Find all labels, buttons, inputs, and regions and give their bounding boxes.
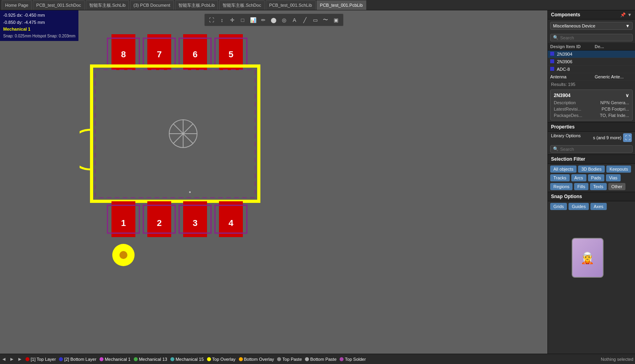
avatar-overlay: 🧝 <box>572 238 604 278</box>
toolbar-filter-btn[interactable]: ⛶ <box>207 15 217 25</box>
panel-header-icons: 📌 ▼ <box>620 12 632 18</box>
layer-label-mech15: Mechanical 15 <box>176 357 204 362</box>
detail-expand-icon[interactable]: ∨ <box>625 93 629 98</box>
tab-pcb-doc[interactable]: (3) PCB Document <box>130 0 174 10</box>
toolbar-target-btn[interactable]: ◎ <box>279 15 289 25</box>
results-count: Results: 195 <box>548 81 635 88</box>
snap-btn-axes[interactable]: Axes <box>590 203 606 210</box>
detail-value-revision: PCB Footpri... <box>602 107 629 111</box>
sel-btn-other[interactable]: Other <box>608 183 626 190</box>
layer-play-btn[interactable]: ▶ <box>10 357 14 361</box>
search-input-2[interactable] <box>560 147 630 152</box>
layer-bottom-paste[interactable]: Bottom Paste <box>305 357 336 362</box>
panel-title: Components <box>551 12 580 18</box>
tab-pcblib[interactable]: 智能车主板.PcbLib <box>175 0 219 10</box>
component-id-antenna: Antenna <box>548 73 592 81</box>
sel-btn-keepouts[interactable]: Keepouts <box>606 165 631 173</box>
main-area: -0.925 dx: -0.450 mm -0.850 dy: -4.475 m… <box>0 10 635 354</box>
pin-icon[interactable]: 📌 <box>620 12 626 18</box>
library-options-label: Library Options <box>551 133 581 142</box>
coord-x: -0.925 <box>3 13 16 18</box>
layer-next-btn[interactable]: ▶ <box>18 357 22 361</box>
layer-dot-bottom <box>59 357 63 361</box>
sel-btn-vias[interactable]: Vias <box>606 174 621 181</box>
tab-schdoc[interactable]: PCB_test_001.SchDoc <box>33 0 85 10</box>
component-row-adc8[interactable]: ADC-8 <box>548 66 635 73</box>
toolbar-pen-btn[interactable]: ✏ <box>259 15 268 25</box>
snap-options-header: Snap Options <box>548 192 635 201</box>
detail-value-description: NPN Genera... <box>600 100 629 105</box>
layer-top-overlay[interactable]: Top Overlay <box>207 357 236 362</box>
coords-overlay: -0.925 dx: -0.450 mm -0.850 dy: -4.475 m… <box>0 10 78 41</box>
layer-dot-bottom-overlay <box>239 357 243 361</box>
properties-filter-button[interactable]: ⛶ <box>623 133 632 142</box>
toolbar-text-btn[interactable]: A <box>290 15 299 25</box>
layer-bottom-overlay[interactable]: Bottom Overlay <box>239 357 274 362</box>
canvas-area[interactable]: -0.925 dx: -0.450 mm -0.850 dy: -4.475 m… <box>0 10 547 354</box>
layer-dot-bottom-paste <box>305 357 309 361</box>
toolbar-chart-btn[interactable]: 📊 <box>248 15 258 25</box>
layer-mech1[interactable]: Mechanical 1 <box>100 357 131 362</box>
library-dropdown[interactable]: Miscellaneous Device ▼ <box>550 22 633 30</box>
panel-header: Components 📌 ▼ <box>548 10 635 19</box>
toolbar-fill-btn[interactable]: ▣ <box>331 15 341 25</box>
layer-label-top-overlay: Top Overlay <box>212 357 236 362</box>
properties-section-header: Properties <box>548 122 635 132</box>
layer-mech15[interactable]: Mechanical 15 <box>170 357 204 362</box>
svg-text:2: 2 <box>157 218 162 228</box>
tab-schlib[interactable]: 智能车主板.SchLib <box>86 0 129 10</box>
component-row-antenna[interactable]: Antenna Generic Ante... <box>548 73 635 81</box>
search-box-1: 🔍 <box>550 34 633 41</box>
layer-label-mech13: Mechanical 13 <box>139 357 167 362</box>
component-row-2n3904[interactable]: 2N3904 <box>548 51 635 58</box>
search-input-1[interactable] <box>560 35 630 40</box>
sel-btn-arcs[interactable]: Arcs <box>571 174 586 181</box>
tab-home[interactable]: Home Page <box>2 0 32 10</box>
snap-btn-grids[interactable]: Grids <box>550 203 567 210</box>
sel-btn-3d-bodies[interactable]: 3D Bodies <box>578 165 605 173</box>
detail-label-description: Description <box>554 100 576 105</box>
sel-btn-regions[interactable]: Regions <box>550 183 572 190</box>
tab-schlib2[interactable]: PCB_test_001.SchLib <box>266 0 316 10</box>
layer-dot-mech13 <box>134 357 138 361</box>
snap-btn-guides[interactable]: Guides <box>569 203 589 210</box>
toolbar-wave-btn[interactable]: 〜 <box>321 15 330 25</box>
component-desc-cell <box>592 51 635 58</box>
component-row-2n3906[interactable]: 2N3906 <box>548 58 635 66</box>
toolbar-route-btn[interactable]: ↕ <box>217 15 227 25</box>
layer-label-bottom-overlay: Bottom Overlay <box>244 357 274 362</box>
library-dropdown-value: Miscellaneous Device <box>553 23 595 28</box>
sel-btn-all-objects[interactable]: All objects <box>550 165 576 173</box>
snap-section: Grids Guides Axes <box>548 201 635 212</box>
library-options-value: s (and 9 more) <box>593 135 621 140</box>
tab-pcblib2[interactable]: PCB_test_001.PcbLib <box>317 0 367 10</box>
layer-dot-top-solder <box>340 357 344 361</box>
layer-dot-top-paste <box>277 357 281 361</box>
tab-schdoc2[interactable]: 智能车主板.SchDoc <box>219 0 265 10</box>
sel-btn-pads[interactable]: Pads <box>588 174 604 181</box>
toolbar-add-btn[interactable]: ✛ <box>228 15 237 25</box>
svg-text:4: 4 <box>229 218 234 228</box>
sel-btn-texts[interactable]: Texts <box>590 183 607 190</box>
layer-mech13[interactable]: Mechanical 13 <box>134 357 167 362</box>
layer-top-solder[interactable]: Top Solder <box>340 357 366 362</box>
col-design-item-id: Design Item ID <box>548 43 592 51</box>
coord-dy: -4.475 <box>24 20 36 25</box>
sel-btn-tracks[interactable]: Tracks <box>550 174 570 181</box>
layer-top[interactable]: [1] Top Layer <box>25 357 56 362</box>
toolbar-box-btn[interactable]: □ <box>238 15 248 25</box>
sel-btn-fills[interactable]: Fills <box>574 183 588 190</box>
layer-dot-mech15 <box>170 357 174 361</box>
layer-bottom[interactable]: [2] Bottom Layer <box>59 357 96 362</box>
detail-label-revision: LatestRevisi... <box>554 107 581 111</box>
toolbar-line-btn[interactable]: ╱ <box>300 15 310 25</box>
svg-text:8: 8 <box>121 49 126 59</box>
detail-label-package: PackageDes... <box>554 113 582 118</box>
toolbar-rect-btn[interactable]: ▭ <box>311 15 320 25</box>
layer-dot-top <box>25 357 29 361</box>
component-id-cell: 2N3904 <box>548 51 592 58</box>
layer-top-paste[interactable]: Top Paste <box>277 357 302 362</box>
layer-prev-btn[interactable]: ◀ <box>2 357 6 361</box>
close-panel-icon[interactable]: ▼ <box>627 12 632 18</box>
toolbar-circle-btn[interactable]: ⬤ <box>269 15 279 25</box>
